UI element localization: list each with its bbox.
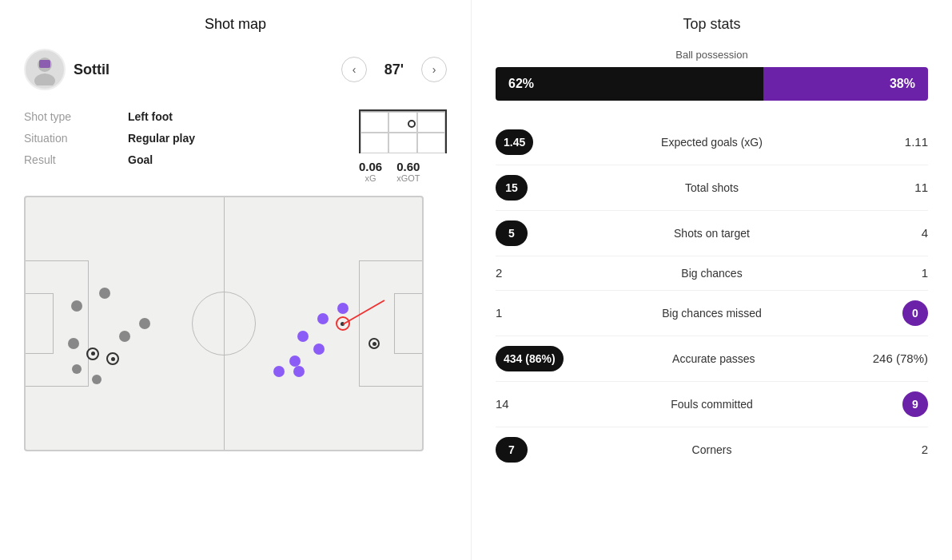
- left-panel: Shot map Sottil ‹ 87' › Shot type Left f…: [0, 0, 472, 560]
- stat-right-big-chances-missed: 0: [864, 300, 928, 326]
- left-goal-area: [26, 293, 54, 354]
- shot-dot: [297, 331, 309, 342]
- stat-label-total-shots: Total shots: [560, 181, 864, 194]
- shot-type-label: Shot type: [24, 110, 128, 123]
- shot-dot: [139, 318, 150, 329]
- stat-right-fouls: 9: [864, 391, 928, 417]
- situation-value: Regular play: [128, 132, 195, 145]
- stat-right-corners: 2: [864, 443, 928, 457]
- xg-item: 0.06 xG: [359, 160, 382, 183]
- stat-badge-dark: 15: [496, 175, 528, 201]
- shot-map-field: [24, 196, 424, 451]
- prev-button[interactable]: ‹: [341, 57, 367, 82]
- shot-dot: [317, 313, 329, 324]
- stat-badge-purple: 0: [902, 300, 928, 326]
- stat-right-big-chances: 1: [864, 266, 928, 280]
- stat-badge-dark: 1.45: [496, 129, 533, 155]
- stat-badge-dark: 434 (86%): [496, 346, 564, 371]
- shot-dot: [72, 364, 82, 374]
- stat-row-xg: 1.45 Expected goals (xG) 1.11: [496, 120, 928, 165]
- shot-details: Shot type Left foot Situation Regular pl…: [24, 109, 195, 167]
- goal-shot-dot: [106, 352, 119, 365]
- result-value: Goal: [128, 153, 195, 166]
- stat-row-fouls: 14 Fouls committed 9: [496, 382, 928, 427]
- possession-bar: 62% 38%: [496, 67, 928, 101]
- result-label: Result: [24, 153, 128, 166]
- nav-controls: ‹ 87' ›: [341, 57, 447, 82]
- stat-left-shots-target: 5: [496, 220, 560, 246]
- situation-label: Situation: [24, 132, 128, 145]
- stat-label-big-chances-missed: Big chances missed: [560, 307, 864, 320]
- xg-values: 0.06 xG 0.60 xGOT: [359, 160, 447, 183]
- stat-left-big-chances-missed: 1: [496, 306, 560, 320]
- stat-right-xg: 1.11: [864, 135, 928, 149]
- stat-right-total-shots: 11: [864, 181, 928, 195]
- player-header: Sottil ‹ 87' ›: [24, 49, 447, 90]
- field-container: [24, 196, 447, 451]
- stat-right-shots-target: 4: [864, 226, 928, 240]
- stat-label-big-chances: Big chances: [560, 267, 864, 280]
- stat-label-xg: Expected goals (xG): [560, 136, 864, 149]
- stat-row-big-chances-missed: 1 Big chances missed 0: [496, 291, 928, 336]
- shot-dot: [313, 344, 325, 355]
- minute-label: 87': [378, 62, 410, 78]
- stat-left-xg: 1.45: [496, 129, 560, 155]
- shot-dot: [293, 366, 305, 377]
- shot-dot: [99, 288, 110, 299]
- shot-type-value: Left foot: [128, 110, 195, 123]
- stat-left-corners: 7: [496, 437, 560, 463]
- xg-value: 0.06: [359, 160, 382, 173]
- stat-badge-purple: 9: [902, 391, 928, 417]
- top-stats-title: Top stats: [496, 16, 928, 33]
- goal-shot-dot: [86, 348, 99, 360]
- stat-right-accurate-passes: 246 (78%): [864, 351, 928, 366]
- shot-dot: [68, 338, 79, 349]
- stat-label-shots-target: Shots on target: [560, 227, 864, 240]
- shot-dot: [92, 375, 102, 384]
- xg-label: xG: [359, 173, 382, 183]
- goal-marker: [408, 120, 416, 128]
- svg-rect-2: [39, 60, 50, 68]
- goal-frame: [359, 109, 447, 153]
- xg-display: 0.06 xG 0.60 xGOT: [359, 109, 447, 183]
- shot-dot: [71, 300, 82, 312]
- stat-row-total-shots: 15 Total shots 11: [496, 165, 928, 211]
- right-goal-area: [394, 293, 422, 354]
- right-panel: Top stats Ball possession 62% 38% 1.45 E…: [472, 0, 952, 560]
- stat-badge-dark: 7: [496, 437, 528, 463]
- possession-label: Ball possession: [496, 49, 928, 61]
- shot-dot: [337, 303, 349, 314]
- possession-left: 62%: [496, 67, 763, 101]
- stat-left-accurate-passes: 434 (86%): [496, 346, 564, 371]
- next-button[interactable]: ›: [421, 57, 447, 82]
- stat-badge-dark: 5: [496, 220, 528, 246]
- xgot-label: xGOT: [396, 173, 420, 183]
- possession-right: 38%: [763, 67, 928, 101]
- player-name: Sottil: [74, 62, 333, 78]
- xgot-item: 0.60 xGOT: [396, 160, 420, 183]
- shot-map-title: Shot map: [24, 16, 447, 33]
- stat-left-total-shots: 15: [496, 175, 560, 201]
- stat-row-big-chances: 2 Big chances 1: [496, 256, 928, 291]
- center-circle: [192, 292, 256, 355]
- stat-label-fouls: Fouls committed: [560, 398, 864, 411]
- shot-dot: [273, 366, 285, 377]
- stats-table: 1.45 Expected goals (xG) 1.11 15 Total s…: [496, 120, 928, 472]
- xgot-value: 0.60: [396, 160, 420, 173]
- avatar: [24, 49, 66, 90]
- stat-label-accurate-passes: Accurate passes: [564, 352, 864, 365]
- stat-row-accurate-passes: 434 (86%) Accurate passes 246 (78%): [496, 336, 928, 382]
- shot-dot: [119, 331, 130, 342]
- stat-left-fouls: 14: [496, 397, 560, 411]
- svg-point-1: [34, 73, 55, 85]
- stat-row-corners: 7 Corners 2: [496, 427, 928, 472]
- goal-shot-dot: [368, 338, 380, 349]
- stat-label-corners: Corners: [560, 443, 864, 456]
- stat-row-shots-target: 5 Shots on target 4: [496, 211, 928, 256]
- stat-left-big-chances: 2: [496, 266, 560, 280]
